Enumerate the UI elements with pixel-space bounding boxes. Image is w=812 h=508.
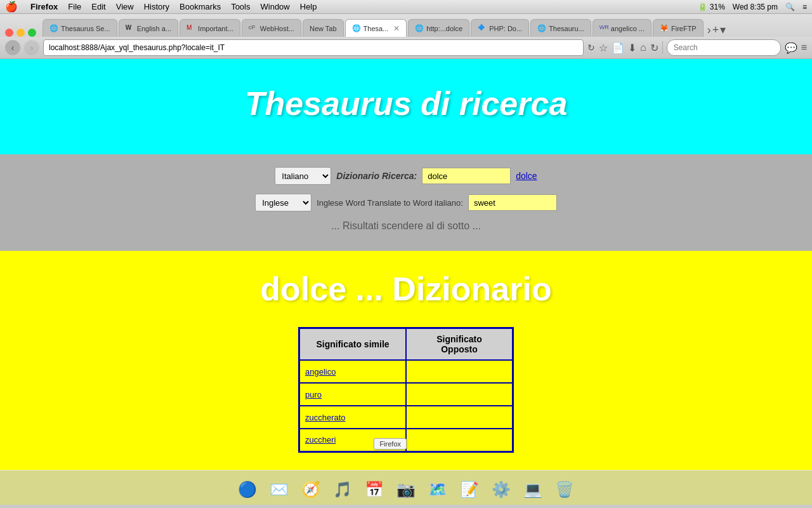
- tab-favicon-2: M: [187, 24, 195, 33]
- address-bar-row: ‹ › localhost:8888/Ajax_yql_thesaurus.ph…: [0, 37, 812, 58]
- tab-label-9: angelico ...: [611, 25, 645, 32]
- dock-calendar[interactable]: 📅: [360, 476, 388, 504]
- menu-firefox[interactable]: Firefox: [30, 2, 58, 11]
- simile-cell-2: [299, 406, 407, 429]
- address-bar[interactable]: localhost:8888/Ajax_yql_thesaurus.php?lo…: [43, 39, 584, 56]
- minimize-window-btn[interactable]: [16, 29, 25, 37]
- dizionario-label: Dizionario Ricerca:: [336, 171, 417, 181]
- tab-label-0: Thesaurus Se...: [61, 25, 110, 32]
- tab-label-7: PHP: Do...: [489, 25, 522, 32]
- menu-view[interactable]: View: [116, 2, 134, 11]
- tab-4[interactable]: New Tab: [303, 19, 344, 37]
- dock-terminal[interactable]: 💻: [519, 476, 547, 504]
- tab-0[interactable]: 🌐 Thesaurus Se...: [43, 19, 117, 37]
- opposto-cell-3: [406, 429, 513, 451]
- menu-tools[interactable]: Tools: [231, 2, 250, 11]
- dock-photos[interactable]: 📷: [392, 476, 420, 504]
- menu-bar: 🍎 Firefox File Edit View History Bookmar…: [0, 0, 812, 14]
- results-section: dolce ... Dizionario Significato simile …: [0, 251, 812, 505]
- dict-link[interactable]: dolce: [516, 171, 537, 181]
- col-opposto-header: Significato Opposto: [406, 328, 513, 361]
- close-window-btn[interactable]: [5, 29, 13, 37]
- search-bar[interactable]: [667, 39, 781, 56]
- dock-finder[interactable]: 🔵: [233, 476, 261, 504]
- simile-input-2[interactable]: [300, 406, 405, 428]
- menubar-right: 🔋 31% Wed 8:35 pm 🔍 ≡: [698, 3, 807, 11]
- forward-button[interactable]: ›: [24, 40, 39, 55]
- tab-label-10: FireFTP: [671, 25, 697, 32]
- opposto-input-0[interactable]: [407, 361, 512, 382]
- page-title: Thesaurus di ricerca: [13, 84, 799, 123]
- dock-safari[interactable]: 🧭: [297, 476, 325, 504]
- download-icon[interactable]: ⬇: [628, 42, 636, 54]
- dock-trash[interactable]: 🗑️: [551, 476, 579, 504]
- dock: 🔵 ✉️ 🧭 🎵 📅 📷 🗺️ 📝 ⚙️ 💻 🗑️: [0, 470, 812, 508]
- tab-label-5: Thesa...: [363, 25, 389, 32]
- opposto-input-3[interactable]: [407, 429, 512, 451]
- menu-edit[interactable]: Edit: [91, 2, 105, 11]
- language2-select[interactable]: Inglese Italiano Francese: [255, 194, 311, 211]
- tab-list-btn[interactable]: ▾: [720, 23, 726, 37]
- tab-scroll-right[interactable]: ›: [707, 23, 711, 37]
- dock-notes[interactable]: 📝: [455, 476, 483, 504]
- thesaurus-table: Significato simile Significato Opposto: [298, 327, 514, 453]
- tab-3[interactable]: cP WebHost...: [242, 19, 301, 37]
- tab-10[interactable]: 🦊 FireFTP: [653, 19, 704, 37]
- tab-favicon-10: 🦊: [660, 24, 669, 33]
- tab-favicon-1: W: [126, 24, 134, 33]
- menu-extra-icon: ≡: [802, 3, 807, 11]
- menu-history[interactable]: History: [144, 2, 169, 11]
- simile-cell-0: [299, 360, 407, 383]
- dock-maps[interactable]: 🗺️: [424, 476, 452, 504]
- bookmark-icon[interactable]: ☆: [599, 42, 608, 54]
- clock: Wed 8:35 pm: [733, 3, 778, 11]
- home-icon[interactable]: ⌂: [640, 42, 646, 53]
- simile-cell-1: [299, 383, 407, 406]
- tab-favicon-6: 🌐: [415, 24, 424, 33]
- tab-9[interactable]: WR angelico ...: [593, 19, 652, 37]
- translate-row: Inglese Italiano Francese Inglese Word T…: [13, 194, 799, 211]
- message-icon[interactable]: 💬: [785, 42, 797, 54]
- tab-label-2: Important...: [198, 25, 233, 32]
- sync-icon[interactable]: ↻: [650, 42, 658, 54]
- table-row: [299, 406, 513, 429]
- opposto-input-1[interactable]: [407, 384, 512, 405]
- tab-2[interactable]: M Important...: [180, 19, 240, 37]
- battery-indicator: 🔋 31%: [698, 3, 724, 11]
- reload-button[interactable]: ↻: [587, 43, 595, 53]
- menu-icon[interactable]: ≡: [801, 42, 807, 53]
- apple-menu[interactable]: 🍎: [5, 1, 18, 13]
- dock-itunes[interactable]: 🎵: [329, 476, 357, 504]
- translate-input[interactable]: [468, 194, 557, 211]
- tab-1[interactable]: W English a...: [119, 19, 178, 37]
- menu-window[interactable]: Window: [261, 2, 290, 11]
- menu-help[interactable]: Help: [300, 2, 317, 11]
- tab-close-btn[interactable]: ✕: [393, 24, 400, 33]
- translate-label: Inglese Word Translate to Word italiano:: [317, 198, 463, 208]
- dock-mail[interactable]: ✉️: [265, 476, 293, 504]
- language1-select[interactable]: Italiano Inglese Francese: [275, 167, 331, 185]
- simile-input-1[interactable]: [300, 384, 405, 405]
- tab-favicon-5: 🌐: [352, 24, 361, 33]
- maximize-window-btn[interactable]: [28, 29, 36, 37]
- tab-label-4: New Tab: [310, 25, 337, 32]
- page-header: Thesaurus di ricerca: [0, 59, 812, 154]
- tab-favicon-9: WR: [599, 24, 608, 33]
- menu-bookmarks[interactable]: Bookmarks: [180, 2, 221, 11]
- tab-label-3: WebHost...: [260, 25, 294, 32]
- simile-input-0[interactable]: [300, 361, 405, 382]
- tab-favicon-7: 🔷: [478, 24, 487, 33]
- toolbar-separator: [662, 41, 663, 54]
- menu-file[interactable]: File: [68, 2, 81, 11]
- tab-6[interactable]: 🌐 http:...dolce: [408, 19, 469, 37]
- tab-label-8: Thesauru...: [549, 25, 584, 32]
- back-button[interactable]: ‹: [5, 40, 20, 55]
- tab-7[interactable]: 🔷 PHP: Do...: [471, 19, 529, 37]
- tab-5-active[interactable]: 🌐 Thesa... ✕: [345, 19, 407, 37]
- search-menubar-icon[interactable]: 🔍: [785, 3, 795, 11]
- tab-add-btn[interactable]: +: [712, 23, 719, 37]
- search-input[interactable]: [422, 168, 511, 184]
- tab-8[interactable]: 🌐 Thesauru...: [530, 19, 591, 37]
- dock-settings[interactable]: ⚙️: [487, 476, 515, 504]
- opposto-input-2[interactable]: [407, 406, 512, 428]
